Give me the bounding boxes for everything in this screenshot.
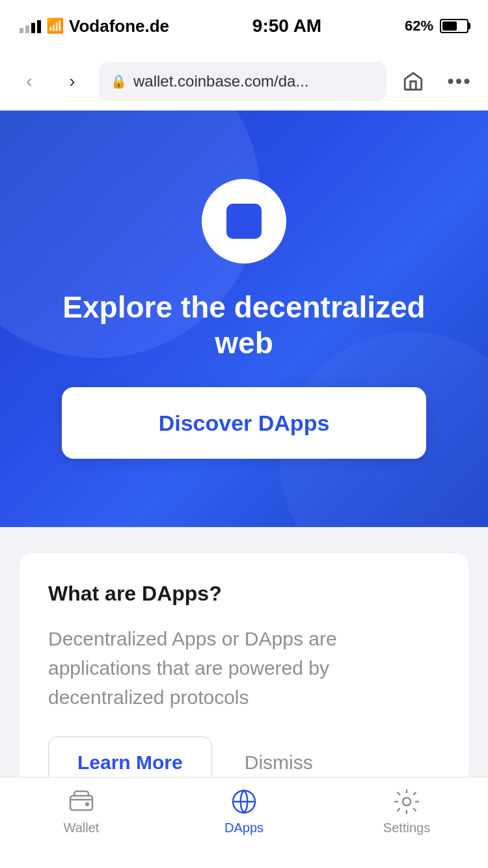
forward-button[interactable]: ›: [56, 65, 88, 98]
status-time: 9:50 AM: [252, 16, 321, 36]
wallet-tab-icon: [68, 788, 95, 815]
dapp-logo: [202, 179, 286, 264]
home-button[interactable]: [397, 65, 429, 98]
svg-point-6: [403, 798, 411, 806]
settings-tab-label: Settings: [383, 821, 430, 835]
address-bar[interactable]: 🔒 wallet.coinbase.com/da...: [99, 62, 386, 101]
info-card-description: Decentralized Apps or DApps are applicat…: [48, 624, 440, 712]
svg-point-4: [85, 802, 89, 806]
url-text: wallet.coinbase.com/da...: [133, 72, 375, 90]
tab-wallet[interactable]: Wallet: [0, 788, 163, 835]
tab-bar: Wallet DApps Settings: [0, 777, 488, 868]
section-gap: [0, 527, 488, 553]
browser-actions: [397, 65, 475, 98]
svg-point-1: [456, 79, 461, 84]
svg-point-0: [448, 79, 454, 84]
battery-icon: [440, 19, 468, 33]
settings-tab-icon: [393, 788, 420, 815]
back-button[interactable]: ‹: [13, 65, 46, 98]
discover-btn-label: Discover DApps: [159, 411, 330, 436]
status-bar: 📶 Vodafone.de 9:50 AM 62%: [0, 0, 488, 52]
svg-rect-3: [70, 796, 92, 810]
lock-icon: 🔒: [111, 74, 127, 89]
wallet-tab-label: Wallet: [64, 821, 100, 835]
hero-title: Explore the decentralized web: [0, 290, 488, 361]
discover-dapps-button[interactable]: Discover DApps: [62, 387, 426, 459]
svg-point-2: [465, 79, 470, 84]
battery-percentage: 62%: [405, 18, 433, 34]
info-card-title: What are DApps?: [48, 582, 440, 606]
signal-bars: [20, 19, 41, 33]
status-left: 📶 Vodafone.de: [20, 16, 169, 36]
hero-section: Explore the decentralized web Discover D…: [0, 111, 488, 527]
carrier-label: Vodafone.de: [69, 16, 169, 36]
status-right: 62%: [405, 18, 468, 34]
more-button[interactable]: [442, 65, 475, 98]
dapps-tab-icon: [230, 788, 258, 815]
tab-dapps[interactable]: DApps: [163, 788, 325, 835]
browser-bar: ‹ › 🔒 wallet.coinbase.com/da...: [0, 52, 488, 111]
tab-settings[interactable]: Settings: [325, 788, 488, 835]
wifi-icon: 📶: [46, 18, 64, 34]
dapp-logo-square: [226, 204, 262, 239]
dapps-tab-label: DApps: [224, 821, 264, 835]
